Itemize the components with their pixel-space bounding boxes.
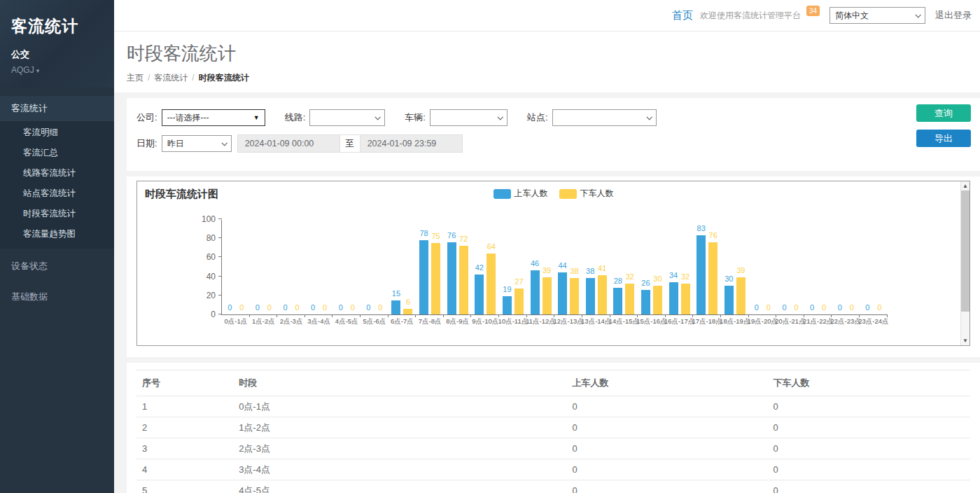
- col-header-index: 序号: [136, 370, 233, 396]
- language-select-value: 简体中文: [835, 10, 869, 22]
- bar-slot: 32: [625, 220, 634, 314]
- bar-value-label: 30: [724, 275, 733, 283]
- table-cell: 4点-5点: [233, 480, 566, 493]
- legend-item-alighting[interactable]: 下车人数: [559, 188, 614, 200]
- table-cell: 2: [136, 417, 233, 438]
- chevron-down-icon: [221, 140, 227, 146]
- bar: [586, 278, 595, 314]
- bar-value-label: 76: [447, 232, 456, 239]
- company-select[interactable]: ---请选择--- ▼: [162, 109, 265, 126]
- bar-value-label: 39: [736, 267, 745, 275]
- export-button[interactable]: 导出: [916, 130, 971, 147]
- chevron-down-icon: [375, 114, 381, 120]
- bar-slot: 38: [570, 220, 579, 314]
- table-cell: 0: [768, 480, 970, 493]
- y-axis-tick: [218, 218, 222, 219]
- bar-group: 0019点-20点: [749, 220, 777, 314]
- bar-slot: 30: [653, 220, 662, 314]
- language-select[interactable]: 简体中文: [830, 7, 925, 24]
- bar-value-label: 32: [681, 273, 690, 281]
- chart-box: 时段车流统计图 上车人数 下车人数 020406080100000点-1点001…: [136, 181, 970, 346]
- sidebar-item-passenger-summary[interactable]: 客流汇总: [0, 143, 114, 163]
- bar-group: 001点-2点: [250, 220, 278, 314]
- vehicle-label: 车辆:: [405, 111, 426, 124]
- date-from-input[interactable]: [237, 134, 340, 153]
- sidebar-item-station-stats[interactable]: 站点客流统计: [0, 183, 114, 204]
- bar-group: 384113点-14点: [582, 220, 610, 314]
- bar-slot: 26: [641, 220, 650, 314]
- filter-row-1: 公司: ---请选择--- ▼ 线路: 车辆: 站点:: [136, 109, 903, 126]
- bar-value-label: 38: [586, 268, 594, 275]
- chart-scrollbar[interactable]: ▲ ▼: [960, 181, 969, 345]
- query-button[interactable]: 查询: [916, 104, 971, 122]
- bar-slot: 30: [724, 220, 734, 314]
- x-axis-tick: [332, 314, 332, 317]
- home-link[interactable]: 首页: [672, 9, 693, 22]
- table-cell: 4: [136, 459, 233, 480]
- breadcrumb-home[interactable]: 主页: [127, 73, 144, 83]
- sidebar-item-passenger-stats[interactable]: 客流统计: [0, 96, 114, 121]
- org-name: 公交: [11, 48, 103, 61]
- bar-value-label: 19: [503, 286, 511, 293]
- sidebar-item-base-data[interactable]: 基础数据: [0, 284, 114, 310]
- bar-group: 1566点-7点: [388, 220, 416, 314]
- bar: [503, 296, 512, 314]
- sidebar-item-trend-chart[interactable]: 客流量趋势图: [0, 224, 114, 244]
- x-axis-tick: [249, 314, 250, 317]
- vehicle-select[interactable]: [430, 109, 507, 126]
- sidebar-item-passenger-detail[interactable]: 客流明细: [0, 123, 114, 143]
- bar-value-label: 64: [487, 243, 496, 251]
- scroll-up-icon[interactable]: ▲: [961, 181, 969, 190]
- chevron-down-icon: ▾: [36, 67, 40, 74]
- bar: [391, 300, 400, 314]
- logout-link[interactable]: 退出登录: [935, 9, 972, 22]
- x-axis-label: 23点-24点: [858, 317, 888, 326]
- scrollbar-thumb[interactable]: [961, 190, 969, 312]
- station-select[interactable]: [552, 109, 657, 126]
- notification-badge[interactable]: 34: [806, 6, 820, 16]
- bar-slot: 27: [514, 220, 524, 314]
- sidebar-item-line-stats[interactable]: 线路客流统计: [0, 163, 114, 183]
- bar-value-label: 0: [295, 304, 299, 312]
- chart-plot: 020406080100000点-1点001点-2点002点-3点003点-4点…: [221, 220, 888, 315]
- period-table: 序号 时段 上车人数 下车人数 10点-1点0021点-2点0032点-3点00…: [136, 370, 970, 493]
- bar-value-label: 44: [558, 262, 566, 270]
- bar-slot: 76: [708, 220, 718, 314]
- bar: [431, 243, 440, 314]
- user-dropdown[interactable]: AQGJ▾: [11, 65, 103, 75]
- sidebar-item-period-stats[interactable]: 时段客流统计: [0, 204, 114, 224]
- station-label: 站点:: [527, 111, 548, 124]
- bar: [486, 254, 496, 314]
- bar: [459, 246, 468, 314]
- date-preset-select[interactable]: 昨日: [162, 135, 232, 152]
- date-to-input[interactable]: [360, 134, 463, 153]
- bar-value-label: 0: [227, 304, 232, 312]
- bar: [558, 272, 567, 314]
- sidebar-submenu: 客流明细 客流汇总 线路客流统计 站点客流统计 时段客流统计 客流量趋势图: [0, 121, 114, 249]
- bar-group: 343216点-17点: [666, 220, 694, 314]
- bar-slot: 38: [586, 220, 595, 314]
- bar-value-label: 0: [351, 304, 355, 312]
- sidebar-item-device-status[interactable]: 设备状态: [0, 253, 114, 279]
- breadcrumb-passenger-stats[interactable]: 客流统计: [154, 73, 188, 83]
- legend-item-boarding[interactable]: 上车人数: [493, 188, 548, 200]
- table-row: 10点-1点00: [136, 396, 970, 417]
- table-cell: 0: [768, 396, 970, 417]
- bar-slot: 42: [475, 220, 484, 314]
- x-axis-label: 7点-8点: [419, 317, 442, 326]
- breadcrumb: 主页/客流统计/时段客流统计: [127, 72, 980, 84]
- bar-value-label: 38: [570, 268, 578, 275]
- bar-slot: 0: [808, 220, 817, 314]
- bar-slot: 0: [253, 220, 262, 314]
- breadcrumb-separator: /: [148, 73, 150, 83]
- bar-group: 003点-4点: [305, 220, 333, 314]
- x-axis-label: 4点-5点: [335, 317, 358, 326]
- line-select[interactable]: [309, 109, 385, 126]
- bar-slot: 0: [293, 220, 302, 314]
- scroll-down-icon[interactable]: ▼: [961, 336, 969, 345]
- bar-value-label: 26: [641, 279, 650, 287]
- x-axis-label: 17点-18点: [692, 317, 722, 326]
- x-axis-label: 15点-16点: [636, 317, 666, 326]
- bar: [542, 277, 552, 314]
- bar-group: 42649点-10点: [471, 220, 499, 314]
